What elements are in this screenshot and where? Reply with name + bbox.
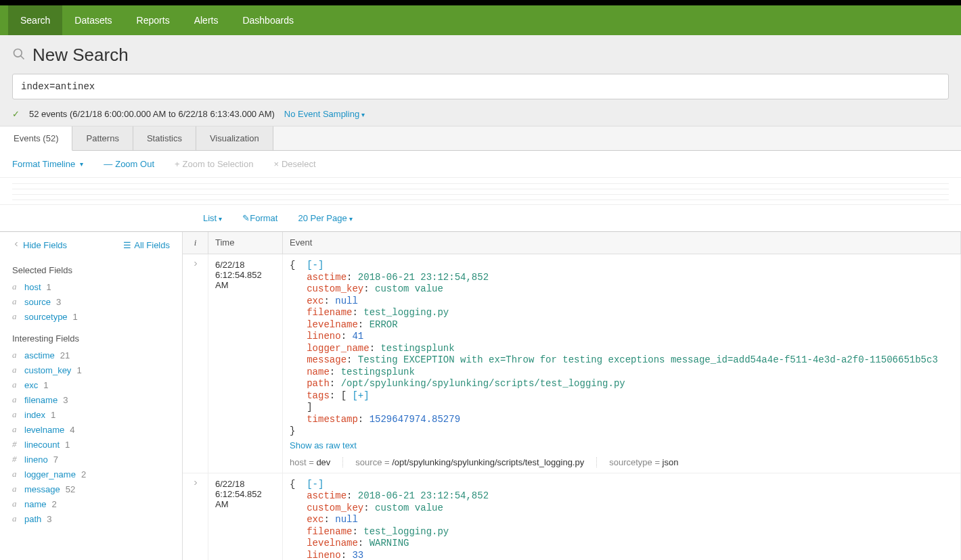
- check-icon: ✓: [12, 109, 20, 119]
- meta-host[interactable]: host = dev: [290, 457, 343, 467]
- result-tabs: Events (52)PatternsStatisticsVisualizati…: [0, 126, 961, 151]
- collapse-toggle[interactable]: [-]: [307, 479, 323, 490]
- field-type-icon: a: [12, 498, 19, 509]
- collapse-toggle[interactable]: [-]: [307, 260, 323, 271]
- nav-tab-alerts[interactable]: Alerts: [182, 5, 231, 35]
- field-type-icon: #: [12, 439, 19, 450]
- field-name: custom_key: [24, 365, 71, 375]
- field-name: source: [24, 297, 51, 307]
- nav-tab-dashboards[interactable]: Dashboards: [230, 5, 306, 35]
- nav-tab-datasets[interactable]: Datasets: [62, 5, 124, 35]
- event-json: { [-] asctime: 2018-06-21 23:12:54,852 c…: [290, 479, 954, 561]
- field-count: 2: [52, 499, 57, 509]
- col-event: Event: [283, 232, 961, 254]
- event-row: 6/22/186:12:54.852 AM{ [-] asctime: 2018…: [183, 473, 961, 561]
- timeline-chart[interactable]: [0, 178, 961, 205]
- field-item-asctime[interactable]: aasctime21: [12, 348, 170, 363]
- interesting-fields-heading: Interesting Fields: [12, 333, 170, 344]
- all-fields-button[interactable]: ☰ All Fields: [123, 240, 170, 250]
- main-nav: SearchDatasetsReportsAlertsDashboards: [0, 5, 961, 35]
- chevron-right-icon: [192, 479, 200, 489]
- field-name: path: [24, 514, 41, 524]
- list-icon: ☰: [123, 240, 131, 250]
- field-name: exc: [24, 380, 38, 390]
- field-item-index[interactable]: aindex1: [12, 407, 170, 422]
- field-name: lineno: [24, 454, 48, 465]
- plus-icon: +: [175, 159, 180, 169]
- zoom-selection-button: +Zoom to Selection: [175, 159, 253, 169]
- timeline-toolbar: Format Timeline▾ —Zoom Out +Zoom to Sele…: [0, 151, 961, 178]
- field-type-icon: a: [12, 296, 19, 307]
- event-row: 6/22/186:12:54.852 AM{ [-] asctime: 2018…: [183, 254, 961, 473]
- field-item-message[interactable]: amessage52: [12, 482, 170, 496]
- show-raw-text-link[interactable]: Show as raw text: [290, 440, 357, 450]
- field-count: 3: [63, 395, 68, 405]
- page-title-row: New Search: [12, 45, 949, 66]
- chevron-left-icon: [12, 240, 20, 250]
- field-type-icon: a: [12, 424, 19, 435]
- minus-icon: —: [104, 159, 112, 169]
- event-json: { [-] asctime: 2018-06-21 23:12:54,852 c…: [290, 260, 954, 438]
- event-time: 6/22/186:12:54.852 AM: [208, 473, 283, 561]
- event-body: { [-] asctime: 2018-06-21 23:12:54,852 c…: [283, 473, 961, 561]
- hide-fields-button[interactable]: Hide Fields: [12, 240, 67, 250]
- field-count: 21: [60, 350, 70, 360]
- field-type-icon: a: [12, 409, 19, 420]
- field-count: 4: [70, 425, 74, 435]
- field-name: logger_name: [24, 469, 76, 480]
- field-item-path[interactable]: apath3: [12, 511, 170, 526]
- format-button[interactable]: ✎Format: [242, 213, 277, 223]
- deselect-button: ×Deselect: [273, 159, 315, 169]
- top-bar: [0, 0, 961, 5]
- field-item-sourcetype[interactable]: asourcetype1: [12, 309, 170, 324]
- page-title: New Search: [32, 45, 129, 66]
- field-type-icon: a: [12, 311, 19, 322]
- list-dropdown[interactable]: List▾: [203, 213, 222, 223]
- svg-line-1: [21, 56, 24, 60]
- field-count: 1: [51, 410, 55, 420]
- field-item-filename[interactable]: afilename3: [12, 392, 170, 407]
- nav-tab-search[interactable]: Search: [8, 5, 62, 35]
- field-item-levelname[interactable]: alevelname4: [12, 422, 170, 437]
- field-count: 3: [56, 297, 61, 307]
- table-header: i Time Event: [183, 232, 961, 254]
- result-tab-patterns[interactable]: Patterns: [72, 126, 133, 150]
- search-icon: [12, 45, 26, 66]
- meta-sourcetype[interactable]: sourcetype = json: [609, 457, 690, 467]
- field-type-icon: #: [12, 454, 19, 465]
- field-item-logger_name[interactable]: alogger_name2: [12, 467, 170, 482]
- field-item-exc[interactable]: aexc1: [12, 377, 170, 392]
- expand-toggle[interactable]: [+]: [352, 390, 369, 401]
- field-count: 1: [73, 312, 78, 322]
- field-item-lineno[interactable]: #lineno7: [12, 452, 170, 467]
- field-name: sourcetype: [24, 312, 68, 322]
- per-page-dropdown[interactable]: 20 Per Page▾: [298, 213, 352, 223]
- selected-fields-heading: Selected Fields: [12, 265, 170, 275]
- field-item-source[interactable]: asource3: [12, 294, 170, 309]
- event-meta: host = devsource = /opt/spylunking/spylu…: [290, 457, 954, 467]
- content: Hide Fields ☰ All Fields Selected Fields…: [0, 231, 961, 560]
- result-tab-statistics[interactable]: Statistics: [133, 126, 196, 150]
- field-type-icon: a: [12, 281, 19, 292]
- nav-tab-reports[interactable]: Reports: [125, 5, 182, 35]
- fields-sidebar: Hide Fields ☰ All Fields Selected Fields…: [0, 232, 183, 560]
- field-name: levelname: [24, 425, 64, 435]
- field-item-name[interactable]: aname2: [12, 496, 170, 511]
- sampling-dropdown[interactable]: No Event Sampling▾: [284, 109, 365, 119]
- result-tab-visualization[interactable]: Visualization: [196, 126, 273, 150]
- zoom-out-button[interactable]: —Zoom Out: [104, 159, 154, 169]
- field-item-custom_key[interactable]: acustom_key1: [12, 363, 170, 377]
- expand-row-button[interactable]: [183, 254, 208, 473]
- search-input[interactable]: index=antinex: [12, 74, 949, 99]
- meta-source[interactable]: source = /opt/spylunking/spylunking/scri…: [355, 457, 597, 467]
- status-row: ✓ 52 events (6/21/18 6:00:00.000 AM to 6…: [12, 109, 949, 126]
- format-timeline-dropdown[interactable]: Format Timeline▾: [12, 159, 83, 169]
- expand-row-button[interactable]: [183, 473, 208, 561]
- field-type-icon: a: [12, 513, 19, 524]
- chevron-right-icon: [192, 260, 200, 270]
- field-item-host[interactable]: ahost1: [12, 279, 170, 294]
- field-count: 1: [65, 440, 70, 450]
- field-item-linecount[interactable]: #linecount1: [12, 437, 170, 452]
- result-tab-events[interactable]: Events (52): [0, 126, 72, 151]
- field-name: filename: [24, 395, 58, 405]
